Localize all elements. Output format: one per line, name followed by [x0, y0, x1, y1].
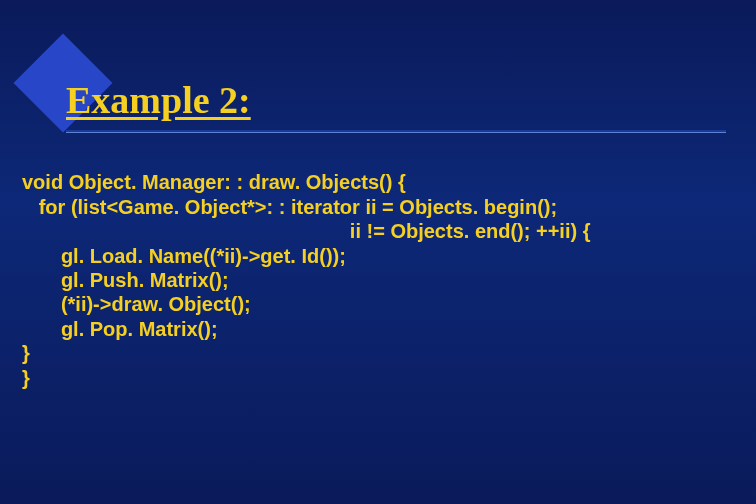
title-area: Example 2: — [66, 78, 726, 133]
code-block: void Object. Manager: : draw. Objects() … — [22, 146, 734, 390]
code-line: } — [22, 342, 30, 364]
code-line: void Object. Manager: : draw. Objects() … — [22, 171, 406, 193]
code-line: } — [22, 367, 30, 389]
code-line: gl. Pop. Matrix(); — [22, 318, 218, 340]
code-line: for (list<Game. Object*>: : iterator ii … — [22, 196, 557, 218]
code-line: (*ii)->draw. Object(); — [22, 293, 251, 315]
title-rule — [66, 130, 726, 133]
code-line: gl. Push. Matrix(); — [22, 269, 229, 291]
code-line: gl. Load. Name((*ii)->get. Id()); — [22, 245, 346, 267]
slide-title: Example 2: — [66, 78, 251, 122]
code-line: ii != Objects. end(); ++ii) { — [22, 220, 590, 242]
